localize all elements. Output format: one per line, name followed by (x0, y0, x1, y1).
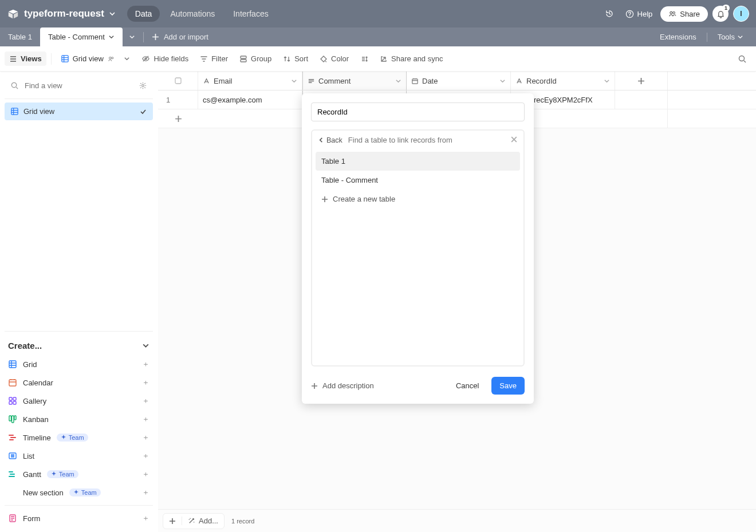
help-button[interactable]: Help (622, 10, 656, 18)
tools-button[interactable]: Tools (712, 33, 749, 41)
column-date[interactable]: Date (407, 72, 511, 90)
link-option-table-comment[interactable]: Table - Comment (316, 171, 520, 190)
sort-button[interactable]: Sort (278, 52, 313, 66)
record-count: 1 record (231, 518, 254, 525)
tab-automations[interactable]: Automations (162, 6, 223, 22)
grid-bottom-bar: Add... 1 record (158, 509, 756, 532)
avatar-initial: I (740, 10, 742, 18)
create-form[interactable]: Form ＋ (5, 509, 153, 527)
check-icon (139, 108, 147, 116)
svg-rect-24 (14, 416, 16, 420)
search-icon (10, 81, 19, 90)
row-height-button[interactable] (356, 52, 373, 66)
chevron-down-icon[interactable] (499, 78, 506, 84)
find-view[interactable] (5, 76, 153, 95)
svg-rect-16 (9, 361, 16, 368)
field-name-input[interactable] (311, 103, 525, 121)
tab-interfaces[interactable]: Interfaces (225, 6, 276, 22)
chevron-down-icon (124, 56, 130, 62)
add-extension[interactable]: Add... (182, 517, 224, 525)
column-comment-label: Comment (318, 77, 351, 85)
select-all-checkbox[interactable] (158, 72, 198, 90)
avatar[interactable]: I (733, 6, 749, 22)
create-list[interactable]: List ＋ (5, 447, 153, 465)
create-new-section[interactable]: New section Team ＋ (5, 483, 153, 502)
add-column[interactable] (615, 72, 668, 90)
create-gallery[interactable]: Gallery ＋ (5, 392, 153, 410)
table-tab-comment-label: Table - Comment (48, 33, 105, 41)
views-toggle[interactable]: Views (5, 52, 46, 66)
grid-icon (61, 54, 69, 63)
current-view[interactable]: Grid view (56, 52, 135, 66)
chevron-down-icon[interactable] (395, 78, 401, 84)
svg-rect-17 (9, 380, 16, 386)
create-gantt[interactable]: Gantt Team ＋ (5, 465, 153, 483)
longtext-icon (308, 77, 315, 85)
column-email[interactable]: Email (198, 72, 302, 90)
svg-rect-27 (175, 78, 181, 84)
create-kanban-label: Kanban (23, 415, 49, 424)
tab-data[interactable]: Data (127, 6, 160, 22)
group-button[interactable]: Group (235, 52, 276, 66)
create-calendar-label: Calendar (23, 379, 53, 387)
column-recordid[interactable]: RecordId (511, 72, 615, 90)
filter-label: Filter (211, 54, 228, 63)
row-number: 1 (158, 90, 198, 109)
sidebar-view-grid[interactable]: Grid view (5, 103, 153, 120)
save-button[interactable]: Save (491, 377, 525, 395)
extensions-label: Extensions (660, 33, 696, 41)
help-icon (625, 10, 634, 18)
views-sidebar: Grid view Create... Grid ＋ Calendar ＋ Ga… (0, 72, 158, 532)
share-button[interactable]: Share (660, 6, 708, 22)
create-timeline[interactable]: Timeline Team ＋ (5, 428, 153, 447)
search-button[interactable] (733, 52, 751, 66)
color-button[interactable]: Color (315, 52, 353, 66)
share-sync-button[interactable]: Share and sync (375, 52, 447, 66)
cancel-button[interactable]: Cancel (448, 377, 487, 395)
checkbox-icon (175, 77, 182, 84)
help-label: Help (637, 10, 653, 18)
hide-fields-label: Hide fields (153, 54, 188, 63)
add-description[interactable]: Add description (311, 381, 374, 390)
chevron-down-icon[interactable] (291, 78, 297, 84)
table-tab-more[interactable] (123, 27, 142, 46)
svg-rect-28 (412, 78, 418, 83)
gear-icon[interactable] (139, 81, 147, 90)
eye-off-icon (141, 54, 150, 63)
create-section: Create... Grid ＋ Calendar ＋ Gallery ＋ Ka… (5, 331, 153, 527)
notifications-button[interactable]: 1 (712, 6, 729, 22)
create-calendar[interactable]: Calendar ＋ (5, 373, 153, 392)
history-button[interactable] (601, 6, 617, 22)
create-new-table[interactable]: Create a new table (316, 190, 520, 208)
base-switcher[interactable]: typeform-request (7, 7, 116, 20)
create-grid[interactable]: Grid ＋ (5, 355, 153, 373)
column-comment[interactable]: Comment (302, 72, 407, 90)
top-nav: Data Automations Interfaces (127, 6, 277, 22)
chevron-left-icon (318, 137, 324, 143)
plus-icon: ＋ (142, 377, 149, 388)
divider (143, 32, 144, 42)
column-email-label: Email (214, 77, 233, 85)
history-icon (605, 9, 614, 18)
chevron-down-icon[interactable] (604, 78, 610, 84)
chevron-down-icon (737, 34, 743, 40)
find-view-input[interactable] (23, 81, 134, 90)
link-option-table1[interactable]: Table 1 (316, 152, 520, 171)
hide-fields-button[interactable]: Hide fields (137, 52, 193, 66)
table-tab-comment[interactable]: Table - Comment (40, 27, 123, 46)
add-or-import[interactable]: Add or import (145, 27, 215, 46)
table-tab-1[interactable]: Table 1 (0, 27, 40, 46)
add-record[interactable] (163, 518, 182, 525)
add-description-label: Add description (322, 381, 374, 390)
link-search-input[interactable] (347, 135, 506, 145)
extensions-button[interactable]: Extensions (654, 33, 702, 41)
column-date-label: Date (422, 77, 438, 85)
close-button[interactable] (510, 136, 518, 145)
cell-email[interactable]: cs@example.com (198, 90, 302, 109)
grid-header-row: Email Comment Date RecordId (158, 72, 756, 90)
create-toggle[interactable]: Create... (5, 336, 153, 355)
plus-icon (169, 518, 176, 525)
filter-button[interactable]: Filter (195, 52, 233, 66)
back-button[interactable]: Back (318, 136, 342, 144)
create-kanban[interactable]: Kanban ＋ (5, 410, 153, 428)
